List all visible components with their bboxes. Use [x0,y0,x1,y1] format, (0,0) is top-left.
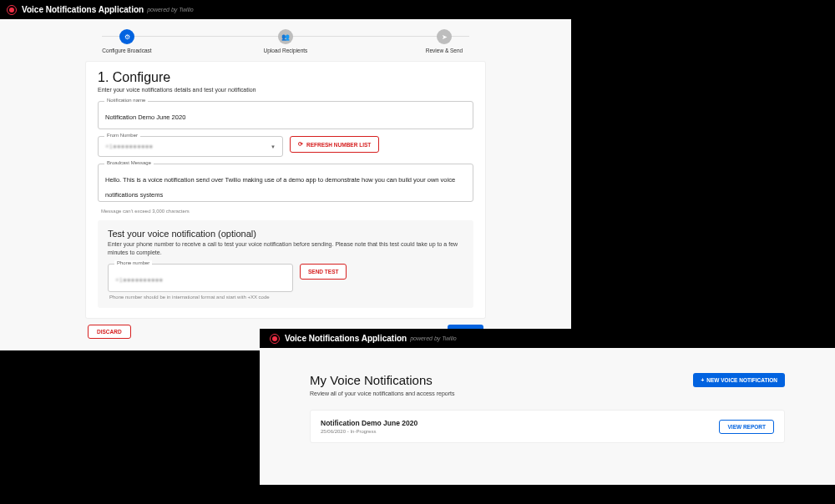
app-header: Voice Notifications Application powered … [0,0,571,19]
field-value: Hello. This is a voice notification send… [105,176,455,199]
field-label: Broadcast Message [104,160,154,165]
page-heading: 1. Configure [98,70,473,85]
button-label: REFRESH NUMBER LIST [306,142,371,148]
refresh-icon: ⟳ [298,141,303,148]
field-value: Notification Demo June 2020 [105,113,185,121]
field-value: +1●●●●●●●●●● [105,143,153,150]
page-subheading: Review all of your voice notifications a… [310,391,785,396]
notification-list-item: Notification Demo June 2020 25/06/2020 -… [310,410,785,443]
item-title: Notification Demo June 2020 [321,419,418,427]
field-label: Phone number [114,260,152,265]
button-label: VIEW REPORT [727,424,766,430]
button-label: SEND TEST [308,269,338,275]
test-body: Enter your phone number to receive a cal… [108,240,463,257]
send-icon: ➤ [442,33,448,41]
notification-name-input[interactable]: Notification name Notification Demo June… [98,101,473,129]
button-label: NEW VOICE NOTIFICATION [706,377,777,383]
broadcast-message-input[interactable]: Broadcast Message Hello. This is a voice… [98,164,473,202]
configure-body: ⚙ Configure Broadcast 👥 Upload Recipient… [0,19,571,350]
gear-icon: ⚙ [124,33,130,41]
list-body: My Voice Notifications + NEW VOICE NOTIF… [260,348,835,485]
field-label: Notification name [104,98,148,103]
app-title: Voice Notifications Application [22,5,144,14]
test-section: Test your voice notification (optional) … [98,220,473,308]
app-subtitle: powered by Twilio [410,335,457,341]
page-heading: My Voice Notifications [310,373,433,387]
twilio-logo-icon [7,5,17,15]
step-label: Review & Send [426,48,463,53]
item-meta: 25/06/2020 - In-Progress [321,429,418,434]
item-date: 25/06/2020 [321,429,346,434]
people-icon: 👥 [281,33,290,41]
discard-button[interactable]: DISCARD [88,325,131,339]
page-subheading: Enter your voice notifications details a… [98,87,473,93]
test-phone-input[interactable]: Phone number +1●●●●●●●●●● [108,264,293,292]
button-label: DISCARD [97,329,122,335]
step-label: Configure Broadcast [102,48,151,53]
stepper: ⚙ Configure Broadcast 👥 Upload Recipient… [77,29,494,53]
app-header: Voice Notifications Application powered … [260,329,835,348]
send-test-button[interactable]: SEND TEST [300,264,347,280]
field-value: +1●●●●●●●●●● [115,276,163,284]
step-label: Upload Recipients [264,48,308,53]
app-subtitle: powered by Twilio [147,7,194,13]
step-review[interactable]: ➤ Review & Send [394,29,494,53]
step-configure[interactable]: ⚙ Configure Broadcast [77,29,177,53]
step-upload[interactable]: 👥 Upload Recipients [235,29,336,53]
refresh-number-button[interactable]: ⟳ REFRESH NUMBER LIST [290,136,379,153]
test-heading: Test your voice notification (optional) [108,229,463,239]
field-label: From Number [104,133,140,138]
from-number-select[interactable]: From Number +1●●●●●●●●●● ▼ [98,136,283,157]
app-title: Voice Notifications Application [285,334,407,343]
twilio-logo-icon [270,334,280,344]
message-hint: Message can't exceed 3,000 characters [101,209,473,214]
window-list: Voice Notifications Application powered … [260,329,835,485]
plus-icon: + [701,377,704,383]
view-report-button[interactable]: VIEW REPORT [719,420,774,434]
configure-card: 1. Configure Enter your voice notificati… [86,62,485,318]
phone-hint: Phone number should be in international … [109,295,463,300]
new-notification-button[interactable]: + NEW VOICE NOTIFICATION [693,373,785,387]
window-configure: Voice Notifications Application powered … [0,0,571,350]
item-status: In-Progress [350,429,376,434]
chevron-down-icon: ▼ [271,144,276,149]
